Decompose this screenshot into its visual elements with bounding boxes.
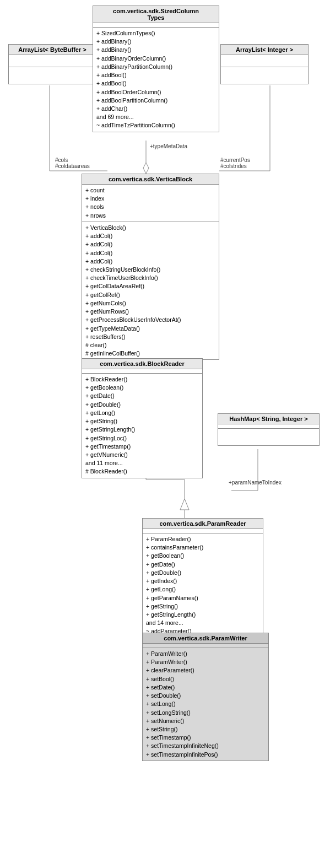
param-reader-box: com.vertica.sdk.ParamReader + ParamReade…: [142, 518, 263, 638]
vb-method-12: + getProcessBlockUserInfoVectorAt(): [85, 316, 215, 324]
pr-method-11: and 14 more...: [146, 619, 259, 627]
sct-method-10: + addChar(): [96, 105, 215, 113]
arraylist-integer-section2: [221, 67, 308, 84]
br-method-1: + BlockReader(): [85, 375, 199, 384]
pr-method-6: + getIndex(): [146, 577, 259, 585]
pw-method-13: + setTimestampInfinitePos(): [146, 751, 265, 759]
block-reader-box: com.vertica.sdk.BlockReader + BlockReade…: [82, 358, 203, 478]
sct-method-4: + addBinaryOrderColumn(): [96, 55, 215, 63]
vb-field-3: + ncols: [85, 203, 215, 211]
vb-method-3: + addCol(): [85, 240, 215, 249]
arraylist-bytebuffer-section2: [9, 67, 96, 84]
br-method-9: + getTimestamp(): [85, 443, 199, 451]
sct-method-2: + addBinary(): [96, 37, 215, 46]
pr-method-5: + getDouble(): [146, 569, 259, 577]
arraylist-integer-section1: [221, 55, 308, 67]
vb-method-15: # clear(): [85, 341, 215, 349]
arraylist-integer-box: ArrayList< Integer >: [220, 44, 309, 84]
block-reader-title: com.vertica.sdk.BlockReader: [82, 359, 202, 369]
pw-method-9: + setNumeric(): [146, 717, 265, 725]
sct-method-7: + addBool(): [96, 79, 215, 88]
vb-method-7: + checkTimeUserBlockInfo(): [85, 274, 215, 282]
svg-marker-5: [143, 163, 149, 174]
vb-field-2: + index: [85, 195, 215, 203]
vb-method-8: + getColDataAreaRef(): [85, 282, 215, 290]
vb-method-4: + addCol(): [85, 249, 215, 257]
pw-method-5: + setDate(): [146, 683, 265, 692]
hashmap-section2: [218, 429, 319, 445]
pw-method-2: + ParamWriter(): [146, 658, 265, 666]
br-method-7: + getStringLength(): [85, 425, 199, 434]
block-reader-section1: [82, 369, 202, 374]
vb-method-16: # getInlineColBuffer(): [85, 349, 215, 358]
pr-method-3: + getBoolean(): [146, 552, 259, 560]
label-colstrides: #colstrides: [220, 163, 247, 169]
pw-method-3: + clearParameter(): [146, 666, 265, 675]
vb-method-14: + resetBuffers(): [85, 333, 215, 341]
param-writer-box: com.vertica.sdk.ParamWriter + ParamWrite…: [142, 633, 269, 761]
sct-method-5: + addBinaryPartitionColumn(): [96, 63, 215, 71]
vb-field-1: + count: [85, 186, 215, 195]
sct-method-6: + addBool(): [96, 71, 215, 79]
hashmap-box: HashMap< String, Integer >: [218, 413, 320, 446]
vertica-block-methods: + VerticaBlock() + addCol() + addCol() +…: [82, 222, 219, 360]
vb-method-6: + checkStringUserBlockInfo(): [85, 266, 215, 274]
arraylist-bytebuffer-title: ArrayList< ByteBuffer >: [9, 45, 96, 55]
pr-method-1: + ParamReader(): [146, 535, 259, 543]
br-method-2: + getBoolean(): [85, 384, 199, 392]
pw-method-12: + setTimestampInfiniteNeg(): [146, 742, 265, 750]
pw-method-4: + setBool(): [146, 675, 265, 683]
vb-method-2: + addCol(): [85, 232, 215, 240]
vertica-block-fields: + count + index + ncols + nrows: [82, 185, 219, 222]
pw-method-6: + setDouble(): [146, 692, 265, 700]
br-method-4: + getDouble(): [85, 401, 199, 409]
sct-method-11: and 69 more...: [96, 113, 215, 121]
sct-method-1: + SizedColumnTypes(): [96, 29, 215, 37]
label-cols: #cols: [55, 157, 68, 163]
diagram-container: ArrayList< ByteBuffer > ArrayList< Integ…: [0, 0, 330, 868]
pw-method-8: + setLongString(): [146, 709, 265, 717]
svg-marker-14: [180, 499, 189, 510]
vb-method-11: + getNumRows(): [85, 308, 215, 316]
br-method-5: + getLong(): [85, 409, 199, 417]
hashmap-title: HashMap< String, Integer >: [218, 414, 319, 424]
sized-column-types-title: com.vertica.sdk.SizedColumnTypes: [93, 6, 219, 23]
vertica-block-box: com.vertica.sdk.VerticaBlock + count + i…: [82, 174, 219, 360]
br-method-6: + getString(): [85, 417, 199, 425]
vb-field-4: + nrows: [85, 212, 215, 220]
param-writer-title: com.vertica.sdk.ParamWriter: [143, 633, 268, 644]
label-typemetadata: +typeMetaData: [150, 143, 187, 149]
br-method-10: + getVNumeric(): [85, 451, 199, 459]
label-coldataareas: #coldataareas: [55, 163, 90, 169]
block-reader-methods: + BlockReader() + getBoolean() + getDate…: [82, 374, 202, 478]
sized-column-types-section1: [93, 23, 219, 28]
sct-method-9: + addBoolPartitionColumn(): [96, 96, 215, 105]
br-method-11: and 11 more...: [85, 459, 199, 467]
br-method-3: + getDate(): [85, 392, 199, 400]
param-reader-methods: + ParamReader() + containsParameter() + …: [143, 533, 263, 638]
param-reader-title: com.vertica.sdk.ParamReader: [143, 519, 263, 529]
sized-column-types-box: com.vertica.sdk.SizedColumnTypes + Sized…: [93, 6, 219, 132]
pr-method-8: + getParamNames(): [146, 594, 259, 602]
label-paramnametoindex: +paramNameToIndex: [229, 479, 282, 486]
pr-method-10: + getStringLength(): [146, 611, 259, 619]
sct-method-12: ~ addTimeTzPartitionColumn(): [96, 121, 215, 130]
vb-method-13: + getTypeMetaData(): [85, 325, 215, 333]
vb-method-9: + getColRef(): [85, 291, 215, 299]
label-currentpos: #currentPos: [220, 157, 250, 163]
arraylist-bytebuffer-section1: [9, 55, 96, 67]
vb-method-10: + getNumCols(): [85, 299, 215, 308]
pr-method-2: + containsParameter(): [146, 543, 259, 552]
sized-column-types-methods: + SizedColumnTypes() + addBinary() + add…: [93, 28, 219, 132]
pr-method-4: + getDate(): [146, 560, 259, 569]
pw-method-11: + setTimestamp(): [146, 734, 265, 742]
vertica-block-title: com.vertica.sdk.VerticaBlock: [82, 174, 219, 185]
arraylist-bytebuffer-box: ArrayList< ByteBuffer >: [8, 44, 96, 84]
vb-method-1: + VerticaBlock(): [85, 224, 215, 232]
hashmap-section1: [218, 424, 319, 429]
param-writer-methods: + ParamWriter() + ParamWriter() + clearP…: [143, 648, 268, 761]
param-writer-section1: [143, 644, 268, 648]
pw-method-10: + setString(): [146, 725, 265, 734]
br-method-12: # BlockReader(): [85, 467, 199, 476]
br-method-8: + getStringLoc(): [85, 434, 199, 443]
